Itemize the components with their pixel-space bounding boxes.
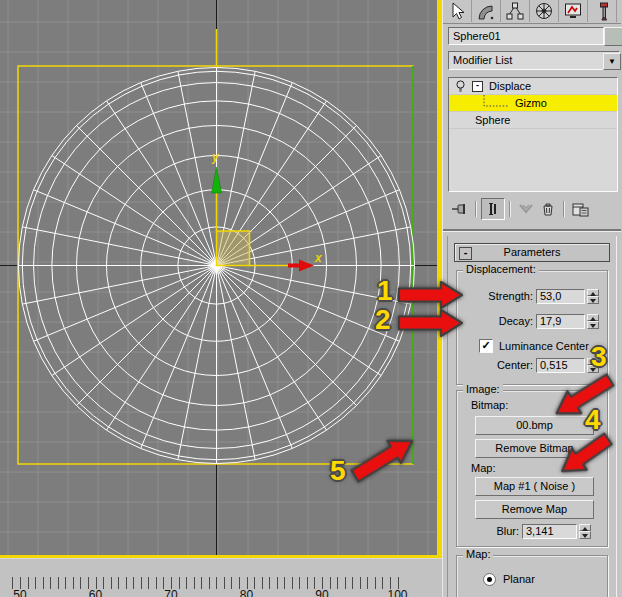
pin-stack-button[interactable] bbox=[449, 199, 471, 219]
ruler-tick bbox=[50, 577, 51, 589]
ruler-tick bbox=[269, 577, 270, 589]
planar-label: Planar bbox=[503, 573, 535, 585]
tab-hierarchy[interactable] bbox=[501, 0, 530, 22]
map-button[interactable]: Map #1 ( Noise ) bbox=[475, 477, 594, 496]
ruler-tick bbox=[148, 577, 149, 589]
spinner-up-icon[interactable] bbox=[587, 314, 599, 322]
callout-number-2: 2 bbox=[375, 305, 391, 335]
ruler-tick bbox=[43, 577, 44, 589]
rollout-title: Parameters bbox=[504, 246, 561, 258]
ruler-tick bbox=[28, 577, 29, 589]
decay-spinner[interactable] bbox=[587, 314, 599, 329]
collapse-minus-icon[interactable]: - bbox=[472, 81, 483, 92]
tab-create[interactable] bbox=[443, 0, 472, 22]
strength-spinner[interactable] bbox=[587, 289, 599, 304]
bitmap-button[interactable]: 00.bmp bbox=[475, 416, 594, 435]
make-unique-button[interactable] bbox=[515, 199, 537, 219]
luminance-center-label: Luminance Center bbox=[499, 340, 589, 352]
radio-dot-icon bbox=[487, 577, 492, 582]
ruler-tick bbox=[375, 577, 376, 589]
tab-modify[interactable] bbox=[472, 0, 501, 22]
modifier-list-dropdown[interactable]: Modifier List ▼ bbox=[448, 51, 620, 70]
panel-divider bbox=[443, 229, 621, 232]
toolbar-separator bbox=[475, 201, 477, 217]
viewport-canvas[interactable]: xy bbox=[0, 0, 437, 555]
ruler-tick bbox=[80, 577, 81, 589]
object-color-swatch[interactable] bbox=[604, 27, 622, 46]
object-name-field[interactable]: Sphere01 bbox=[448, 27, 604, 45]
center-input[interactable]: 0,515 bbox=[536, 358, 585, 373]
ruler-tick bbox=[352, 577, 353, 589]
modify-pipe-icon bbox=[476, 1, 496, 21]
ruler-tick bbox=[209, 577, 210, 589]
blur-spinner[interactable] bbox=[579, 524, 591, 539]
ruler-tick bbox=[111, 577, 112, 589]
pin-stack-icon bbox=[451, 200, 469, 218]
stack-item-label: Displace bbox=[489, 78, 531, 94]
display-monitor-icon bbox=[563, 1, 583, 21]
spinner-down-icon[interactable] bbox=[587, 321, 599, 329]
ruler-tick bbox=[194, 577, 195, 589]
ruler-tick bbox=[367, 577, 368, 589]
ruler-tick bbox=[307, 577, 308, 589]
chevron-down-icon[interactable]: ▼ bbox=[603, 53, 621, 70]
ruler-tick bbox=[73, 577, 74, 589]
ruler-tick bbox=[35, 577, 36, 589]
ruler-tick bbox=[65, 577, 66, 589]
ruler-tick bbox=[179, 577, 180, 589]
track-bar-ruler[interactable]: 5060708090100 bbox=[0, 558, 442, 597]
modifier-list-label: Modifier List bbox=[453, 54, 512, 66]
remove-modifier-button[interactable] bbox=[537, 199, 559, 219]
strength-label: Strength: bbox=[457, 290, 536, 302]
stack-item-gizmo[interactable]: Gizmo bbox=[449, 95, 617, 112]
ruler-tick bbox=[103, 577, 104, 589]
bulb-icon[interactable] bbox=[455, 80, 466, 93]
configure-modifier-sets-button[interactable] bbox=[569, 199, 591, 219]
top-viewport[interactable]: xy bbox=[0, 0, 437, 555]
map-group: Map: Planar bbox=[456, 555, 608, 597]
spinner-up-icon[interactable] bbox=[579, 524, 591, 532]
ruler-tick bbox=[141, 577, 142, 589]
modifier-stack: - Displace Gizmo Sphere bbox=[448, 77, 618, 192]
decay-input[interactable]: 17,9 bbox=[536, 314, 585, 329]
ruler-frame-label: 80 bbox=[240, 588, 253, 597]
blur-input[interactable]: 3,141 bbox=[522, 524, 577, 539]
hierarchy-icon bbox=[505, 1, 525, 21]
planar-radio[interactable] bbox=[483, 573, 496, 586]
spinner-down-icon[interactable] bbox=[579, 531, 591, 539]
stack-item-label: Gizmo bbox=[515, 95, 547, 111]
ruler-tick bbox=[337, 577, 338, 589]
ruler-frame-label: 60 bbox=[89, 588, 102, 597]
ruler-tick bbox=[382, 577, 383, 589]
luminance-center-checkbox[interactable]: ✓ bbox=[479, 339, 493, 353]
ruler-tick bbox=[118, 577, 119, 589]
callout-number-1: 1 bbox=[377, 276, 393, 306]
command-panel-tabs bbox=[443, 0, 621, 24]
remove-bitmap-button[interactable]: Remove Bitmap bbox=[475, 439, 594, 458]
spinner-down-icon[interactable] bbox=[587, 296, 599, 304]
command-panel: Sphere01 Modifier List ▼ - Displace Gizm… bbox=[442, 0, 622, 597]
stack-item-displace[interactable]: - Displace bbox=[449, 78, 617, 95]
strength-input[interactable]: 53,0 bbox=[536, 289, 585, 304]
parameters-rollout-header[interactable]: - Parameters bbox=[454, 243, 610, 262]
ruler-tick bbox=[254, 577, 255, 589]
callout-number-4: 4 bbox=[585, 405, 601, 435]
configure-modifier-sets-icon bbox=[571, 201, 589, 217]
remove-map-button[interactable]: Remove Map bbox=[475, 500, 594, 519]
stack-item-sphere[interactable]: Sphere bbox=[449, 112, 617, 129]
ruler-tick bbox=[292, 577, 293, 589]
ruler-tick bbox=[299, 577, 300, 589]
ruler-tick bbox=[58, 577, 59, 589]
tab-display[interactable] bbox=[559, 0, 588, 22]
make-unique-icon bbox=[518, 202, 534, 216]
image-group-label: Image: bbox=[463, 383, 503, 395]
tree-branch-dotted bbox=[483, 95, 513, 111]
tab-utilities[interactable] bbox=[588, 0, 617, 22]
tab-motion[interactable] bbox=[530, 0, 559, 22]
rollout-collapse-icon[interactable]: - bbox=[459, 247, 472, 260]
ruler-tick bbox=[126, 577, 127, 589]
show-end-result-button[interactable] bbox=[481, 198, 505, 220]
spinner-up-icon[interactable] bbox=[587, 289, 599, 297]
center-label: Center: bbox=[457, 359, 536, 371]
ruler-frame-label: 50 bbox=[13, 588, 26, 597]
